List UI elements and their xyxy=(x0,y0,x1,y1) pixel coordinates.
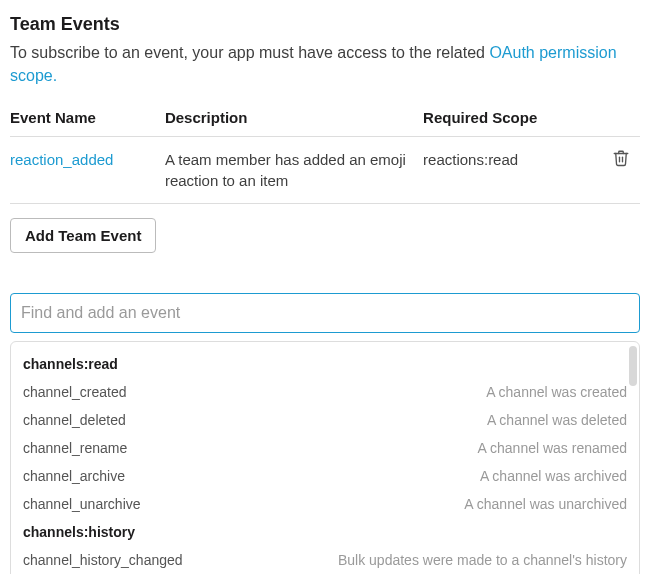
event-option[interactable]: channel_history_changedBulk updates were… xyxy=(11,546,639,574)
event-option-name: channel_archive xyxy=(23,468,125,484)
event-option[interactable]: channel_renameA channel was renamed xyxy=(11,434,639,462)
event-option[interactable]: channel_deletedA channel was deleted xyxy=(11,406,639,434)
trash-icon[interactable] xyxy=(612,149,630,167)
col-header-actions xyxy=(599,101,640,137)
event-option-desc: Bulk updates were made to a channel's hi… xyxy=(338,552,627,568)
event-description: A team member has added an emoji reactio… xyxy=(165,137,423,204)
event-name-link[interactable]: reaction_added xyxy=(10,151,113,168)
event-option[interactable]: channel_unarchiveA channel was unarchive… xyxy=(11,490,639,518)
event-option-desc: A channel was created xyxy=(486,384,627,400)
event-option-name: channel_unarchive xyxy=(23,496,141,512)
scope-header: channels:read xyxy=(11,350,639,378)
scope-header: channels:history xyxy=(11,518,639,546)
event-dropdown: channels:readchannel_createdA channel wa… xyxy=(10,341,640,574)
event-option[interactable]: channel_createdA channel was created xyxy=(11,378,639,406)
event-option-desc: A channel was archived xyxy=(480,468,627,484)
events-table: Event Name Description Required Scope re… xyxy=(10,101,640,204)
event-search-input[interactable] xyxy=(10,293,640,333)
intro-prefix: To subscribe to an event, your app must … xyxy=(10,44,489,61)
scrollbar-thumb[interactable] xyxy=(629,346,637,386)
event-scope: reactions:read xyxy=(423,137,599,204)
event-option[interactable]: channel_archiveA channel was archived xyxy=(11,462,639,490)
event-option-name: channel_history_changed xyxy=(23,552,183,568)
event-option-name: channel_rename xyxy=(23,440,127,456)
table-row: reaction_added A team member has added a… xyxy=(10,137,640,204)
event-option-desc: A channel was renamed xyxy=(478,440,627,456)
page-title: Team Events xyxy=(10,14,640,35)
event-option-name: channel_deleted xyxy=(23,412,126,428)
col-header-scope: Required Scope xyxy=(423,101,599,137)
event-option-name: channel_created xyxy=(23,384,127,400)
col-header-desc: Description xyxy=(165,101,423,137)
event-option-desc: A channel was unarchived xyxy=(464,496,627,512)
intro-text: To subscribe to an event, your app must … xyxy=(10,41,640,87)
col-header-event: Event Name xyxy=(10,101,165,137)
event-option-desc: A channel was deleted xyxy=(487,412,627,428)
add-team-event-button[interactable]: Add Team Event xyxy=(10,218,156,253)
